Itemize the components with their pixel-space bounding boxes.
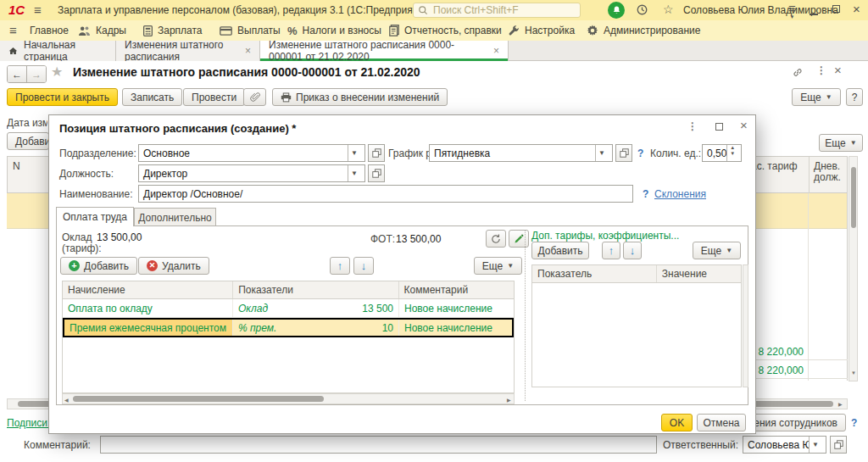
menu-item-zarplata[interactable]: Зарплата	[143, 20, 203, 41]
extra-more-button[interactable]: Еще▼	[693, 242, 741, 259]
close-app-button[interactable]: ×	[853, 2, 860, 16]
history-icon[interactable]	[636, 3, 648, 19]
favorites-star-icon[interactable]: ☆	[663, 3, 674, 16]
schedule-choose-button[interactable]	[615, 144, 632, 162]
favorite-star-icon[interactable]: ★	[51, 64, 63, 80]
functions-menu-icon[interactable]: ≡	[9, 24, 17, 36]
chevron-down-icon[interactable]: ▼	[348, 165, 360, 181]
dialog-close-icon[interactable]: ×	[740, 118, 748, 132]
dialog-menu-icon[interactable]: ⋮	[687, 120, 698, 132]
print-order-button[interactable]: Приказ о внесении изменений	[272, 88, 448, 106]
tab-close-icon[interactable]: ×	[493, 45, 499, 57]
tab-additional[interactable]: Дополнительно	[134, 208, 216, 226]
menu-item-vyplaty[interactable]: Выплаты	[220, 20, 281, 41]
ok-button[interactable]: OK	[661, 414, 693, 431]
responsible-combo[interactable]: Соловьева Юлия Владим ▼	[743, 436, 826, 454]
salary-value[interactable]: 13 500,00	[97, 231, 142, 243]
close-document-icon[interactable]: ×	[834, 63, 842, 77]
move-up-button[interactable]: ↑	[330, 257, 350, 275]
scrollbar-thumb[interactable]	[73, 396, 324, 402]
accrual-add-button[interactable]: +Добавить	[60, 257, 137, 275]
column-accrual[interactable]: Начисление	[63, 281, 233, 298]
window-menu-icon[interactable]: ⋮	[816, 64, 826, 76]
restore-button[interactable]	[832, 5, 840, 13]
accrual-hscrollbar[interactable]: ◀ ▶	[62, 393, 515, 404]
tab-pay[interactable]: Оплата труда	[56, 207, 134, 226]
post-button[interactable]: Провести	[183, 88, 245, 106]
attachments-button[interactable]	[243, 88, 266, 106]
scroll-down-arrow[interactable]: ▼	[851, 370, 856, 376]
service-menu-icon[interactable]: ≡▼	[788, 2, 796, 19]
tab-close-icon[interactable]: ×	[245, 45, 251, 57]
back-button[interactable]: ←	[8, 66, 27, 82]
menu-item-otchetnost[interactable]: Отчетность, справки	[389, 20, 502, 41]
post-and-close-button[interactable]: Провести и закрыть	[7, 88, 118, 106]
background-add-button[interactable]: Добави	[7, 132, 49, 150]
name-input[interactable]: Директор /Основное/	[138, 185, 633, 203]
menu-item-kadry[interactable]: Кадры	[78, 20, 126, 41]
menu-item-administrirovanie[interactable]: Администрирование	[587, 20, 700, 41]
column-indicator[interactable]: Показатель	[532, 265, 657, 282]
schedule-combo[interactable]: Пятидневка ▼	[429, 144, 613, 162]
menu-item-glavnoe[interactable]: Главное	[30, 20, 69, 41]
move-down-button[interactable]: ↓	[353, 257, 374, 275]
extra-vscrollbar[interactable]	[743, 264, 748, 387]
extra-add-button[interactable]: Добавить	[531, 242, 589, 259]
global-search[interactable]	[413, 3, 581, 18]
column-comment[interactable]: Комментарий	[399, 281, 515, 298]
dialog-maximize-icon[interactable]	[715, 123, 723, 131]
units-spinner[interactable]: 0,50 ▲▼	[702, 144, 742, 162]
chevron-down-icon[interactable]: ▼	[595, 145, 608, 161]
edit-button[interactable]	[509, 230, 529, 248]
document-more-button[interactable]: Еще▼	[792, 88, 841, 106]
pane-splitter[interactable]	[525, 230, 526, 401]
main-menu-icon[interactable]: ≡	[34, 3, 42, 16]
vertical-scrollbar[interactable]: ▼	[849, 156, 858, 381]
column-indicators[interactable]: Показатели	[233, 281, 398, 298]
spin-down-icon[interactable]: ▼	[730, 151, 735, 157]
save-button[interactable]: Записать	[122, 88, 182, 106]
position-combo[interactable]: Директор ▼	[138, 164, 365, 182]
scroll-right-arrow[interactable]: ▶	[507, 397, 511, 403]
department-choose-button[interactable]	[368, 144, 385, 162]
scroll-left-arrow[interactable]: ◀	[64, 397, 69, 403]
extra-move-up-button[interactable]: ↑	[602, 242, 620, 259]
comment-input[interactable]	[100, 436, 657, 454]
search-input[interactable]	[431, 3, 562, 17]
table-row[interactable]: Оплата по окладу Оклад13 500 Новое начис…	[63, 299, 514, 318]
notifications-button[interactable]	[608, 2, 625, 19]
menu-item-nastroyka[interactable]: Настройка	[508, 20, 575, 41]
tab-home[interactable]: Начальная страница	[0, 41, 116, 61]
column-value[interactable]: Значение	[657, 265, 741, 282]
declension-link[interactable]: Склонения	[654, 188, 706, 200]
document-help-button[interactable]: ?	[846, 88, 863, 106]
accrual-more-button[interactable]: Еще▼	[474, 257, 522, 275]
background-more-button[interactable]: Еще▼	[819, 134, 863, 152]
department-combo[interactable]: Основное ▼	[138, 144, 365, 162]
extra-table-body[interactable]	[531, 283, 742, 387]
spin-up-icon[interactable]: ▲	[730, 145, 735, 151]
scrollbar-thumb[interactable]	[851, 167, 856, 228]
minimize-button[interactable]	[810, 6, 818, 15]
chevron-down-icon[interactable]: ▼	[348, 145, 360, 161]
accrual-delete-button[interactable]: ✕Удалить	[138, 257, 209, 275]
chevron-down-icon[interactable]: ▼	[809, 437, 821, 453]
extra-move-down-button[interactable]: ↓	[623, 242, 642, 259]
link-icon[interactable]	[792, 67, 804, 81]
tab-change-document[interactable]: Изменение штатного расписания 0000-00000…	[260, 41, 509, 61]
units-help-button[interactable]: ?	[637, 148, 643, 159]
employees-help-button[interactable]: ?	[851, 417, 857, 429]
signatures-link[interactable]: Подписи:	[7, 417, 50, 429]
table-row-selected[interactable]: Премия ежемесячная процентом % прем.10 Н…	[63, 318, 514, 337]
forward-button[interactable]: →	[27, 66, 46, 82]
position-choose-button[interactable]	[368, 164, 385, 182]
tab-changes-list[interactable]: Изменения штатного расписания ×	[116, 41, 260, 61]
spinner-arrows[interactable]: ▲▼	[726, 145, 737, 161]
responsible-choose-button[interactable]	[830, 436, 847, 454]
recalculate-button[interactable]	[486, 230, 506, 248]
menu-item-nalogi[interactable]: % Налоги и взносы	[287, 20, 381, 41]
extra-tariffs-title[interactable]: Доп. тарифы, коэффициенты...	[531, 230, 679, 242]
name-help-button[interactable]: ?	[643, 188, 648, 200]
cancel-button[interactable]: Отмена	[697, 414, 746, 431]
scroll-right-arrow[interactable]: ▶	[838, 401, 843, 407]
